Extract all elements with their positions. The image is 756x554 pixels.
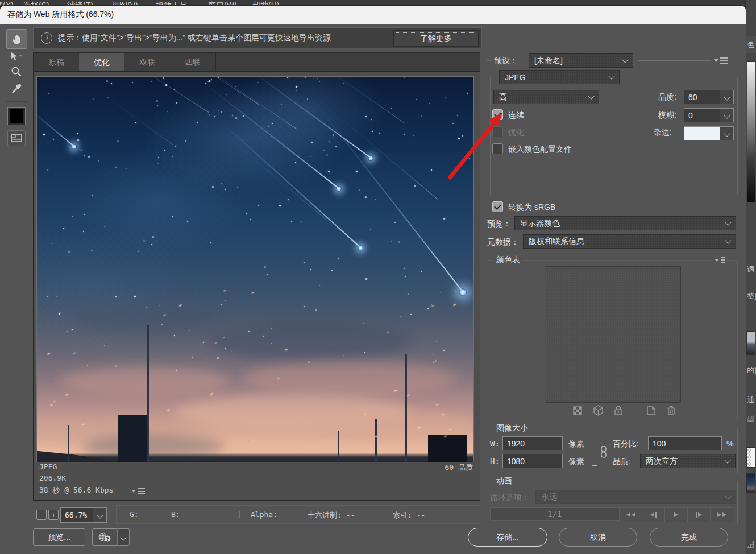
zoom-level-dropdown[interactable] xyxy=(93,507,107,523)
zoom-in-button[interactable]: + xyxy=(48,510,59,520)
convert-srgb-checkbox[interactable] xyxy=(492,201,503,212)
color-table-swatches-area xyxy=(545,266,681,403)
preview-color-dropdown[interactable]: 显示器颜色 xyxy=(514,216,736,230)
dialog-title: 存储为 Web 所用格式 (66.7%) xyxy=(7,10,114,20)
embed-color-profile-checkbox[interactable] xyxy=(492,143,503,154)
width-label: W: xyxy=(490,439,500,448)
eyedropper-color-swatch[interactable] xyxy=(7,107,26,125)
resample-quality-label: 品质: xyxy=(613,457,631,467)
minus-icon: − xyxy=(39,511,44,519)
preview-info-menu-icon[interactable] xyxy=(131,487,145,495)
quality-slider-dropdown[interactable] xyxy=(720,90,734,104)
color-table-menu-icon[interactable] xyxy=(713,257,726,264)
save-button[interactable]: 存储... xyxy=(468,528,547,547)
web-shift-cube-icon[interactable] xyxy=(592,404,604,419)
done-button-label: 完成 xyxy=(681,532,697,543)
progressive-checkbox[interactable] xyxy=(492,109,503,120)
tab-original[interactable]: 原稿 xyxy=(34,53,80,72)
optimized-checkbox[interactable] xyxy=(492,126,503,137)
done-button[interactable]: 完成 xyxy=(650,528,728,547)
eyedropper-tool[interactable] xyxy=(8,81,25,97)
swatch-color xyxy=(10,109,23,123)
preview-tabstrip: 原稿 优化 双联 四联 xyxy=(33,52,480,71)
slice-select-tool[interactable] xyxy=(8,50,25,64)
preview-image[interactable] xyxy=(36,76,474,462)
quality-label: 品质: xyxy=(658,92,676,102)
play-button[interactable] xyxy=(664,508,687,522)
lock-color-icon[interactable] xyxy=(613,405,624,419)
browser-select-dropdown[interactable] xyxy=(117,528,130,546)
link-chain-icon[interactable] xyxy=(599,445,608,459)
landscape-thumbnail[interactable] xyxy=(746,331,755,355)
quality-field[interactable]: 60 xyxy=(684,90,720,104)
browser-select-button[interactable]: ? xyxy=(92,528,117,546)
width-field[interactable]: 1920 xyxy=(502,436,563,450)
matte-dropdown[interactable] xyxy=(720,126,734,140)
hand-tool[interactable] xyxy=(6,29,27,49)
matte-color-swatch[interactable] xyxy=(684,126,720,140)
next-frame-button[interactable] xyxy=(687,508,710,522)
panel-label-fragment: 型 xyxy=(747,414,754,424)
first-frame-button[interactable] xyxy=(619,508,642,522)
color-table-label: 颜色表 xyxy=(492,255,524,265)
chevron-down-icon xyxy=(608,73,614,79)
metadata-dropdown[interactable]: 版权和联系信息 xyxy=(523,234,736,249)
save-button-label: 存储... xyxy=(496,532,519,543)
layer-mask-thumbnail[interactable] xyxy=(746,447,755,468)
quality-value: 60 xyxy=(688,93,697,102)
preview-label: 预览： xyxy=(487,219,511,229)
format-dropdown[interactable]: JPEG xyxy=(499,70,620,84)
tab-label: 原稿 xyxy=(48,57,64,68)
alpha-readout: Alpha: -- xyxy=(251,510,290,519)
tab-label: 优化 xyxy=(94,57,110,68)
chevron-down-icon xyxy=(622,56,628,63)
zoom-tool[interactable] xyxy=(8,64,25,79)
svg-text:?: ? xyxy=(106,536,109,541)
blur-slider-dropdown[interactable] xyxy=(720,108,734,122)
color-readout-group: G: -- B: -- | Alpha: -- 十六进制: -- 索引: -- xyxy=(116,505,480,524)
loop-options-dropdown[interactable]: 永远 xyxy=(535,490,736,504)
chevron-down-icon xyxy=(724,130,730,137)
tab-optimized[interactable]: 优化 xyxy=(79,53,125,72)
blur-label: 模糊: xyxy=(658,110,676,121)
new-color-icon[interactable] xyxy=(645,405,657,419)
preview-button-label: 预览... xyxy=(48,532,70,543)
height-value: 1080 xyxy=(507,457,525,466)
cancel-button[interactable]: 取消 xyxy=(559,528,637,547)
delete-color-icon[interactable] xyxy=(666,404,676,419)
zoom-level-field[interactable]: 66.7% xyxy=(60,507,93,523)
tip-text: 提示：使用“文件”>“导出”>“导出为...” 或右键单击某个图层可更快速地导出… xyxy=(58,33,331,43)
blur-field[interactable]: 0 xyxy=(684,108,720,122)
chevron-down-icon xyxy=(725,493,731,499)
map-transparency-icon[interactable] xyxy=(572,405,583,419)
width-unit: 像素 xyxy=(568,439,584,449)
tab-4up[interactable]: 四联 xyxy=(170,53,216,72)
gradient-thumbnail[interactable] xyxy=(747,61,755,202)
layer-thumbnail[interactable] xyxy=(746,473,755,493)
height-field[interactable]: 1080 xyxy=(502,454,563,468)
last-frame-button[interactable] xyxy=(710,508,733,522)
resample-quality-dropdown[interactable]: 两次立方 xyxy=(640,454,736,468)
animation-playbar: 1/1 xyxy=(490,507,732,521)
resize-grip[interactable] xyxy=(747,541,754,548)
last-frame-icon xyxy=(717,512,721,517)
preview-download-time: 38 秒 @ 56.6 Kbps xyxy=(39,485,113,495)
frame-counter: 1/1 xyxy=(547,510,562,519)
previous-frame-button[interactable] xyxy=(642,508,664,522)
preset-panel-menu-icon[interactable] xyxy=(714,57,728,64)
preset-dropdown[interactable]: [未命名] xyxy=(529,53,633,68)
play-icon xyxy=(674,512,678,517)
tab-2up[interactable]: 双联 xyxy=(124,53,171,72)
tab-label: 四联 xyxy=(185,57,201,68)
compression-quality-dropdown[interactable]: 高 xyxy=(493,90,599,104)
learn-more-button[interactable]: 了解更多 xyxy=(393,30,479,47)
metadata-label: 元数据： xyxy=(487,237,519,247)
zoom-out-button[interactable]: − xyxy=(36,510,47,520)
zoom-icon xyxy=(10,65,23,78)
dialog-titlebar[interactable]: 存储为 Web 所用格式 (66.7%) xyxy=(0,6,746,24)
preview-in-browser-button[interactable]: 预览... xyxy=(33,528,85,546)
height-unit: 像素 xyxy=(568,457,584,467)
toggle-slices-visibility[interactable] xyxy=(7,130,26,146)
percent-field[interactable]: 100 xyxy=(648,436,722,450)
first-frame-icon xyxy=(626,512,630,517)
